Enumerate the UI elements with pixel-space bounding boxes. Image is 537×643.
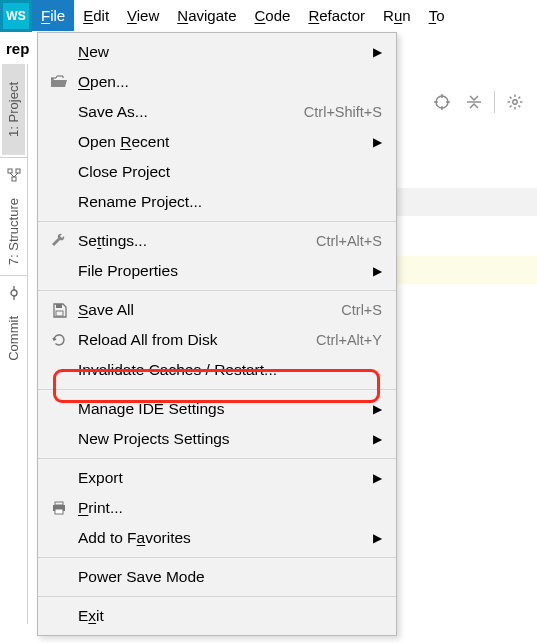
menu-item-invalidate-caches[interactable]: Invalidate Caches / Restart...: [38, 355, 396, 385]
menubar-item-view[interactable]: View: [118, 0, 168, 31]
menubar: WS File Edit View Navigate Code Refactor…: [0, 0, 537, 32]
gear-icon[interactable]: [503, 90, 527, 114]
menubar-item-tools[interactable]: To: [420, 0, 454, 31]
menubar-item-file[interactable]: File: [32, 0, 74, 31]
menu-item-print[interactable]: Print...: [38, 493, 396, 523]
svg-rect-24: [56, 311, 63, 316]
menu-item-open[interactable]: Open...: [38, 67, 396, 97]
menu-item-save-as[interactable]: Save As... Ctrl+Shift+S: [38, 97, 396, 127]
print-icon: [48, 497, 70, 519]
menu-separator: [38, 290, 396, 291]
submenu-arrow-icon: ▶: [360, 471, 382, 485]
svg-line-20: [519, 106, 521, 108]
menu-separator: [38, 557, 396, 558]
shortcut-text: Ctrl+Shift+S: [304, 104, 382, 120]
wrench-icon: [48, 230, 70, 252]
svg-rect-23: [56, 304, 62, 308]
menu-separator: [38, 389, 396, 390]
svg-rect-27: [55, 509, 63, 514]
svg-point-5: [11, 290, 17, 296]
tool-window-structure[interactable]: 7: Structure: [6, 190, 21, 273]
tool-window-project[interactable]: 1: Project: [2, 64, 25, 155]
submenu-arrow-icon: ▶: [360, 432, 382, 446]
save-icon: [48, 299, 70, 321]
menu-item-power-save-mode[interactable]: Power Save Mode: [38, 562, 396, 592]
menu-separator: [38, 596, 396, 597]
submenu-arrow-icon: ▶: [360, 531, 382, 545]
submenu-arrow-icon: ▶: [360, 135, 382, 149]
editor-toolbar: [397, 82, 537, 122]
menu-item-new-projects-settings[interactable]: New Projects Settings ▶: [38, 424, 396, 454]
menu-item-file-properties[interactable]: File Properties ▶: [38, 256, 396, 286]
submenu-arrow-icon: ▶: [360, 45, 382, 59]
menu-item-close-project[interactable]: Close Project: [38, 157, 396, 187]
menu-item-reload-from-disk[interactable]: Reload All from Disk Ctrl+Alt+Y: [38, 325, 396, 355]
menubar-item-navigate[interactable]: Navigate: [168, 0, 245, 31]
tool-window-commit[interactable]: Commit: [6, 308, 21, 369]
submenu-arrow-icon: ▶: [360, 402, 382, 416]
tool-window-gutter: 1: Project 7: Structure Commit: [0, 64, 28, 624]
menu-item-save-all[interactable]: Save All Ctrl+S: [38, 295, 396, 325]
menubar-item-refactor[interactable]: Refactor: [299, 0, 374, 31]
svg-rect-0: [8, 169, 12, 173]
svg-line-4: [14, 173, 18, 177]
menu-item-rename-project[interactable]: Rename Project...: [38, 187, 396, 217]
menubar-item-code[interactable]: Code: [246, 0, 300, 31]
menu-item-export[interactable]: Export ▶: [38, 463, 396, 493]
shortcut-text: Ctrl+Alt+Y: [316, 332, 382, 348]
shortcut-text: Ctrl+Alt+S: [316, 233, 382, 249]
svg-line-21: [510, 106, 512, 108]
svg-line-3: [10, 173, 14, 177]
gutter-sep: [0, 157, 27, 158]
reload-icon: [48, 329, 70, 351]
svg-point-14: [513, 100, 517, 104]
menu-item-open-recent[interactable]: Open Recent ▶: [38, 127, 396, 157]
menubar-item-run[interactable]: Run: [374, 0, 420, 31]
svg-rect-25: [55, 502, 63, 505]
app-icon: WS: [0, 0, 32, 32]
file-menu-dropdown: New ▶ Open... Save As... Ctrl+Shift+S Op…: [37, 32, 397, 636]
commit-icon: [5, 284, 23, 302]
menu-item-exit[interactable]: Exit: [38, 601, 396, 631]
shortcut-text: Ctrl+S: [341, 302, 382, 318]
breadcrumb-text: rep: [6, 40, 29, 57]
svg-rect-1: [16, 169, 20, 173]
submenu-arrow-icon: ▶: [360, 264, 382, 278]
collapse-icon[interactable]: [462, 90, 486, 114]
menubar-item-edit[interactable]: Edit: [74, 0, 118, 31]
gutter-sep: [0, 275, 27, 276]
menu-item-new[interactable]: New ▶: [38, 37, 396, 67]
menu-item-settings[interactable]: Settings... Ctrl+Alt+S: [38, 226, 396, 256]
menu-item-add-to-favorites[interactable]: Add to Favorites ▶: [38, 523, 396, 553]
svg-line-19: [510, 97, 512, 99]
folder-open-icon: [48, 71, 70, 93]
menu-separator: [38, 458, 396, 459]
target-icon[interactable]: [430, 90, 454, 114]
menu-separator: [38, 221, 396, 222]
svg-line-22: [519, 97, 521, 99]
menu-item-manage-ide-settings[interactable]: Manage IDE Settings ▶: [38, 394, 396, 424]
svg-rect-2: [12, 177, 16, 181]
toolbar-sep: [494, 91, 495, 113]
structure-icon: [5, 166, 23, 184]
